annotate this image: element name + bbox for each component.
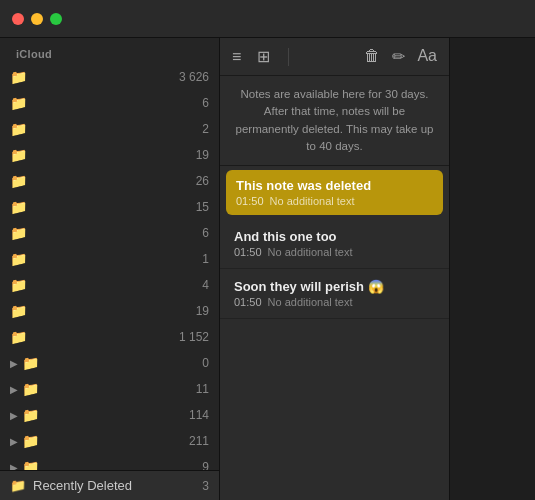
- sidebar-folder-item[interactable]: 📁1: [0, 246, 219, 272]
- sidebar-folder-item[interactable]: 📁19: [0, 298, 219, 324]
- traffic-lights: [12, 13, 62, 25]
- sidebar-folder-item[interactable]: ▶📁211: [0, 428, 219, 454]
- folder-icon: 📁: [10, 277, 27, 293]
- sidebar-folder-item[interactable]: 📁1 152: [0, 324, 219, 350]
- recently-deleted-item[interactable]: 📁 Recently Deleted 3: [0, 470, 219, 500]
- sidebar-folder-item[interactable]: 📁4: [0, 272, 219, 298]
- notes-items: This note was deleted 01:50 No additiona…: [220, 166, 449, 500]
- maximize-button[interactable]: [50, 13, 62, 25]
- note-time: 01:50: [234, 296, 262, 308]
- note-list-item[interactable]: This note was deleted 01:50 No additiona…: [226, 170, 443, 215]
- folder-icon: 📁: [10, 95, 27, 111]
- add-note-icon[interactable]: Aa: [417, 47, 437, 66]
- folder-icon: 📁: [10, 147, 27, 163]
- note-time: 01:50: [236, 195, 264, 207]
- list-view-icon[interactable]: ≡: [232, 48, 241, 66]
- recently-deleted-label: Recently Deleted: [33, 478, 202, 493]
- info-banner-text: Notes are available here for 30 days. Af…: [234, 86, 435, 155]
- folder-count: 9: [202, 460, 209, 470]
- folder-icon: 📁: [22, 407, 39, 423]
- folder-count: 1: [202, 252, 209, 266]
- note-title: Soon they will perish 😱: [234, 279, 435, 294]
- sidebar: iCloud 📁3 626📁6📁2📁19📁26📁15📁6📁1📁4📁19📁1 15…: [0, 38, 220, 500]
- folder-count: 6: [202, 226, 209, 240]
- folder-arrow-icon: ▶: [10, 410, 18, 421]
- sidebar-folder-item[interactable]: 📁3 626: [0, 64, 219, 90]
- recently-deleted-count: 3: [202, 479, 209, 493]
- grid-view-icon[interactable]: ⊞: [257, 47, 270, 66]
- sidebar-folder-item[interactable]: ▶📁9: [0, 454, 219, 470]
- delete-icon[interactable]: 🗑: [364, 47, 380, 66]
- folder-icon: 📁: [22, 433, 39, 449]
- sidebar-folder-item[interactable]: ▶📁11: [0, 376, 219, 402]
- folder-icon: 📁: [22, 459, 39, 470]
- sidebar-folder-item[interactable]: 📁19: [0, 142, 219, 168]
- note-title: And this one too: [234, 229, 435, 244]
- folder-icon: 📁: [22, 355, 39, 371]
- folder-count: 114: [189, 408, 209, 422]
- folder-count: 15: [196, 200, 209, 214]
- folder-count: 26: [196, 174, 209, 188]
- folder-count: 4: [202, 278, 209, 292]
- sidebar-folder-item[interactable]: 📁6: [0, 220, 219, 246]
- close-button[interactable]: [12, 13, 24, 25]
- sidebar-folders: 📁3 626📁6📁2📁19📁26📁15📁6📁1📁4📁19📁1 152▶📁0▶📁1…: [0, 64, 219, 470]
- notes-list-panel: ≡ ⊞ 🗑 ✏ Aa Notes are available here for …: [220, 38, 450, 500]
- note-meta: 01:50 No additional text: [236, 195, 433, 207]
- folder-arrow-icon: ▶: [10, 358, 18, 369]
- sidebar-folder-item[interactable]: 📁6: [0, 90, 219, 116]
- folder-count: 2: [202, 122, 209, 136]
- note-list-item[interactable]: And this one too 01:50 No additional tex…: [220, 219, 449, 269]
- folder-count: 3 626: [179, 70, 209, 84]
- icloud-label: iCloud: [0, 38, 219, 64]
- notes-toolbar: ≡ ⊞ 🗑 ✏ Aa: [220, 38, 449, 76]
- edit-icon[interactable]: ✏: [392, 47, 405, 66]
- folder-count: 211: [189, 434, 209, 448]
- folder-icon: 📁: [10, 121, 27, 137]
- folder-arrow-icon: ▶: [10, 436, 18, 447]
- sidebar-folder-item[interactable]: 📁15: [0, 194, 219, 220]
- toolbar-right: 🗑 ✏ Aa: [364, 47, 437, 66]
- main-layout: iCloud 📁3 626📁6📁2📁19📁26📁15📁6📁1📁4📁19📁1 15…: [0, 38, 535, 500]
- info-banner: Notes are available here for 30 days. Af…: [220, 76, 449, 166]
- toolbar-divider: [288, 48, 289, 66]
- folder-icon: 📁: [10, 173, 27, 189]
- sidebar-folder-item[interactable]: 📁2: [0, 116, 219, 142]
- note-preview: No additional text: [270, 195, 355, 207]
- sidebar-folder-item[interactable]: ▶📁0: [0, 350, 219, 376]
- sidebar-folder-item[interactable]: ▶📁114: [0, 402, 219, 428]
- folder-icon: 📁: [10, 199, 27, 215]
- folder-icon: 📁: [10, 329, 27, 345]
- note-meta: 01:50 No additional text: [234, 296, 435, 308]
- recently-deleted-folder-icon: 📁: [10, 478, 26, 493]
- note-preview: No additional text: [268, 296, 353, 308]
- titlebar: [0, 0, 535, 38]
- folder-count: 1 152: [179, 330, 209, 344]
- folder-count: 19: [196, 148, 209, 162]
- folder-count: 6: [202, 96, 209, 110]
- minimize-button[interactable]: [31, 13, 43, 25]
- note-preview: No additional text: [268, 246, 353, 258]
- folder-count: 0: [202, 356, 209, 370]
- note-list-item[interactable]: Soon they will perish 😱 01:50 No additio…: [220, 269, 449, 319]
- sidebar-folder-item[interactable]: 📁26: [0, 168, 219, 194]
- folder-icon: 📁: [10, 69, 27, 85]
- folder-icon: 📁: [10, 303, 27, 319]
- folder-arrow-icon: ▶: [10, 462, 18, 471]
- folder-icon: 📁: [10, 225, 27, 241]
- note-title: This note was deleted: [236, 178, 433, 193]
- note-meta: 01:50 No additional text: [234, 246, 435, 258]
- folder-count: 19: [196, 304, 209, 318]
- folder-icon: 📁: [10, 251, 27, 267]
- note-time: 01:50: [234, 246, 262, 258]
- folder-icon: 📁: [22, 381, 39, 397]
- folder-arrow-icon: ▶: [10, 384, 18, 395]
- folder-count: 11: [196, 382, 209, 396]
